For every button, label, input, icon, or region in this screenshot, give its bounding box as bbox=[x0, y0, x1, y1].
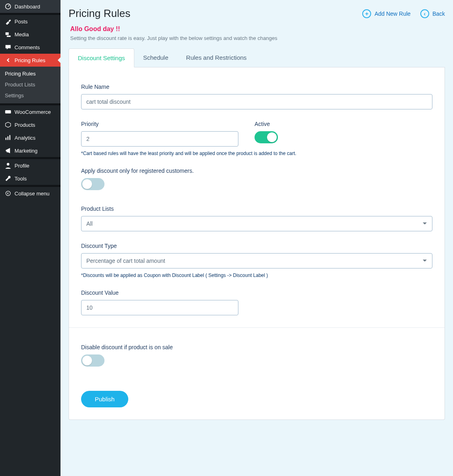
active-label: Active bbox=[255, 121, 278, 127]
sidebar-item-tools[interactable]: Tools bbox=[0, 172, 61, 185]
woo-icon bbox=[4, 109, 12, 115]
discount-type-note: *Discounts will be applied as Coupon wit… bbox=[81, 273, 432, 278]
product-lists-select[interactable]: All bbox=[81, 216, 432, 231]
priority-input[interactable] bbox=[81, 131, 238, 147]
discount-type-label: Discount Type bbox=[81, 243, 432, 249]
plus-circle-icon: + bbox=[362, 9, 371, 18]
registered-customers-toggle[interactable] bbox=[81, 178, 104, 190]
sidebar-label: Pricing Rules bbox=[15, 57, 46, 63]
back-circle-icon: ‹ bbox=[420, 9, 429, 18]
submenu-settings[interactable]: Settings bbox=[0, 90, 61, 101]
sidebar-item-posts[interactable]: Posts bbox=[0, 15, 61, 28]
tab-discount-settings[interactable]: Discount Settings bbox=[69, 48, 134, 67]
sidebar-item-pricing-rules[interactable]: Pricing Rules bbox=[0, 54, 61, 67]
main-content: Pricing Rules + Add New Rule ‹ Back Allo… bbox=[61, 0, 453, 476]
settings-panel: Rule Name Priority Active *Cart based ru… bbox=[69, 67, 445, 420]
box-icon bbox=[4, 122, 12, 128]
submenu-product-lists[interactable]: Product Lists bbox=[0, 79, 61, 90]
add-new-rule-button[interactable]: + Add New Rule bbox=[362, 9, 411, 18]
comment-icon bbox=[4, 44, 12, 50]
back-arrow-icon bbox=[4, 57, 12, 63]
priority-note: *Cart based rules will have the least pr… bbox=[81, 151, 432, 156]
sidebar-label: Dashboard bbox=[15, 4, 40, 10]
active-toggle[interactable] bbox=[255, 131, 278, 143]
svg-rect-4 bbox=[7, 136, 8, 140]
sidebar-label: Tools bbox=[15, 176, 27, 182]
discount-value-input[interactable] bbox=[81, 300, 238, 315]
sidebar-submenu: Pricing Rules Product Lists Settings bbox=[0, 67, 61, 103]
svg-rect-5 bbox=[9, 135, 10, 140]
sidebar-item-media[interactable]: Media bbox=[0, 28, 61, 41]
back-button[interactable]: ‹ Back bbox=[420, 9, 445, 18]
discount-value-label: Discount Value bbox=[81, 289, 432, 296]
sidebar-label: Analytics bbox=[15, 135, 35, 141]
svg-point-7 bbox=[6, 191, 10, 195]
sidebar-item-marketing[interactable]: Marketing bbox=[0, 144, 61, 157]
admin-sidebar: Dashboard Posts Media Comments Pricing R… bbox=[0, 0, 61, 476]
product-lists-label: Product Lists bbox=[81, 205, 432, 212]
add-new-rule-label: Add New Rule bbox=[374, 10, 411, 17]
user-icon bbox=[4, 162, 12, 169]
disable-on-sale-toggle[interactable] bbox=[81, 354, 104, 367]
registered-customers-label: Apply discount only for registered custo… bbox=[81, 168, 432, 174]
publish-button[interactable]: Publish bbox=[81, 391, 128, 407]
sidebar-label: Posts bbox=[15, 19, 28, 25]
page-title: Pricing Rules bbox=[69, 7, 130, 20]
priority-label: Priority bbox=[81, 121, 238, 127]
tab-bar: Discount Settings Schedule Rules and Res… bbox=[69, 48, 445, 67]
sidebar-label: Media bbox=[15, 31, 29, 38]
megaphone-icon bbox=[4, 147, 12, 154]
sidebar-item-woocommerce[interactable]: WooCommerce bbox=[0, 105, 61, 118]
bars-icon bbox=[4, 134, 12, 141]
sidebar-label: WooCommerce bbox=[15, 109, 51, 115]
submenu-pricing-rules[interactable]: Pricing Rules bbox=[0, 68, 61, 79]
svg-point-6 bbox=[7, 163, 9, 166]
tab-rules-restrictions[interactable]: Rules and Restrictions bbox=[177, 48, 255, 67]
wrench-icon bbox=[4, 175, 12, 182]
svg-rect-1 bbox=[6, 32, 9, 35]
sidebar-item-profile[interactable]: Profile bbox=[0, 159, 61, 172]
sidebar-label: Profile bbox=[15, 163, 29, 169]
sidebar-label: Collapse menu bbox=[15, 191, 50, 197]
collapse-icon bbox=[4, 190, 12, 197]
rule-name-input[interactable] bbox=[81, 94, 432, 109]
back-label: Back bbox=[432, 10, 445, 17]
sidebar-label: Marketing bbox=[15, 148, 38, 154]
sidebar-label: Comments bbox=[15, 44, 40, 50]
sidebar-label: Products bbox=[15, 122, 35, 128]
rule-name-label: Rule Name bbox=[81, 84, 432, 90]
sidebar-item-analytics[interactable]: Analytics bbox=[0, 131, 61, 144]
intro-description: Setting the discount rate is easy. Just … bbox=[70, 35, 445, 41]
disable-on-sale-label: Disable discount if product is on sale bbox=[81, 344, 432, 350]
discount-type-select[interactable]: Percentage of cart total amount bbox=[81, 253, 432, 268]
greeting-text: Allo Good day !! bbox=[70, 25, 445, 33]
pin-icon bbox=[4, 18, 12, 25]
svg-rect-2 bbox=[5, 110, 11, 113]
sidebar-item-dashboard[interactable]: Dashboard bbox=[0, 0, 61, 13]
sidebar-item-products[interactable]: Products bbox=[0, 118, 61, 131]
svg-rect-3 bbox=[6, 138, 6, 140]
sidebar-item-collapse[interactable]: Collapse menu bbox=[0, 187, 61, 200]
dashboard-icon bbox=[4, 3, 12, 10]
tab-schedule[interactable]: Schedule bbox=[134, 48, 177, 67]
media-icon bbox=[4, 31, 12, 38]
sidebar-item-comments[interactable]: Comments bbox=[0, 41, 61, 54]
